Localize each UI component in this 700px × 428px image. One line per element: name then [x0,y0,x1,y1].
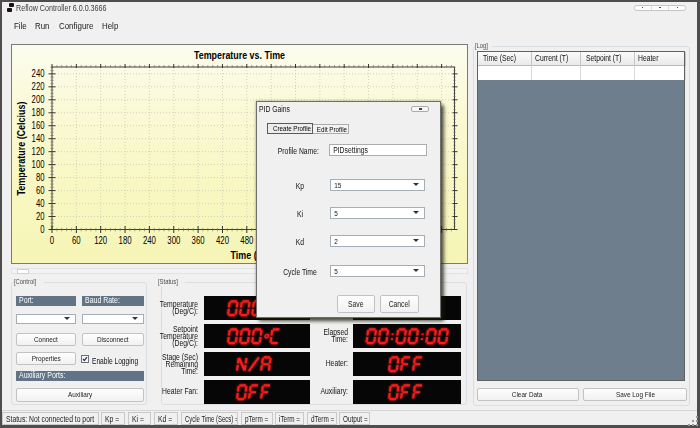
svg-text:140: 140 [31,133,44,144]
svg-text:60: 60 [71,235,80,246]
svg-text:200: 200 [31,94,44,105]
svg-text:80: 80 [35,171,44,182]
svg-text:20: 20 [35,210,44,221]
svg-text:240: 240 [31,68,44,79]
svg-text:Temperature (Celcius): Temperature (Celcius) [16,101,27,195]
svg-text:120: 120 [94,235,107,246]
svg-text:160: 160 [31,120,44,131]
svg-text:240: 240 [142,235,155,246]
svg-text:180: 180 [31,107,44,118]
svg-text:300: 300 [167,235,180,246]
svg-text:420: 420 [216,235,229,246]
svg-text:180: 180 [118,235,131,246]
svg-text:0: 0 [49,235,54,246]
svg-text:40: 40 [35,197,44,208]
svg-text:120: 120 [31,146,44,157]
svg-text:0: 0 [40,223,45,234]
svg-text:220: 220 [31,81,44,92]
svg-text:Temperature vs. Time: Temperature vs. Time [194,48,285,60]
svg-text:360: 360 [191,235,204,246]
svg-text:60: 60 [35,184,44,195]
svg-text:480: 480 [240,235,253,246]
svg-text:100: 100 [31,158,44,169]
